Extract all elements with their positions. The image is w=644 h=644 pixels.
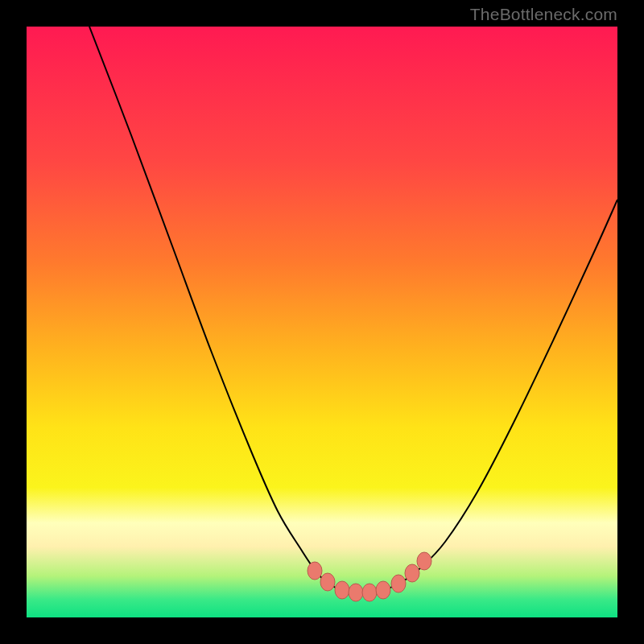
- plateau-marker: [349, 584, 363, 601]
- plateau-marker: [391, 575, 406, 592]
- plateau-marker: [376, 581, 390, 599]
- plateau-markers: [27, 27, 617, 617]
- plateau-marker: [308, 562, 322, 580]
- plateau-marker: [335, 581, 349, 599]
- plateau-marker: [320, 573, 335, 591]
- plateau-marker: [362, 584, 377, 601]
- plateau-marker: [417, 552, 431, 570]
- plateau-marker: [405, 564, 419, 582]
- attribution-watermark: TheBottleneck.com: [470, 5, 617, 24]
- chart-frame: [27, 27, 617, 617]
